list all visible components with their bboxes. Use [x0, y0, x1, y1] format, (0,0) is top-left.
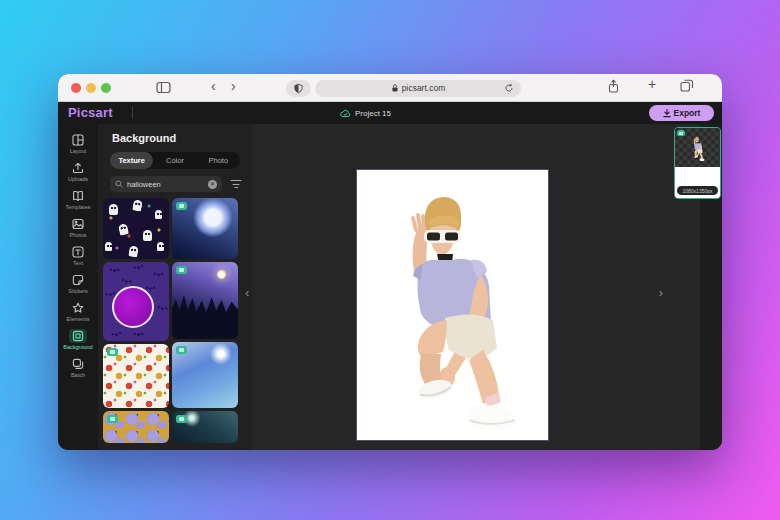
- sidebar-item-layout[interactable]: Layout: [58, 130, 98, 157]
- tab-overview-icon[interactable]: [680, 79, 694, 92]
- browser-toolbar: ‹ › picsart.com: [58, 74, 722, 102]
- purple-circle-motif: [112, 286, 154, 328]
- share-icon[interactable]: [607, 79, 620, 94]
- premium-badge: [677, 130, 685, 136]
- export-label: Export: [674, 108, 701, 118]
- moon-motif: [217, 270, 226, 279]
- search-icon: [115, 180, 123, 188]
- sidebar-item-text[interactable]: Text: [58, 242, 98, 269]
- canvas[interactable]: [357, 170, 548, 440]
- texture-thumb-full-moon-clouds[interactable]: [172, 198, 238, 259]
- texture-thumb-halloween-candy-pattern[interactable]: [103, 344, 169, 408]
- batch-icon: [69, 357, 87, 371]
- panel-title: Background: [112, 132, 176, 144]
- browser-window: ‹ › picsart.com: [58, 74, 722, 450]
- address-bar[interactable]: picsart.com: [315, 80, 521, 97]
- layer-thumb-background[interactable]: 1080x1350px: [675, 167, 720, 198]
- person-layer-preview: [688, 134, 708, 162]
- templates-icon: [69, 189, 87, 203]
- url-text: picsart.com: [402, 83, 445, 93]
- app-header: Picsart Project 15 Export: [58, 102, 722, 124]
- shield-icon: [294, 83, 303, 94]
- lock-icon: [391, 83, 399, 93]
- premium-badge: [176, 266, 187, 274]
- texture-thumb-ghost-pattern[interactable]: [103, 198, 169, 259]
- sidebar-item-background[interactable]: Background: [58, 326, 98, 353]
- texture-thumb-blue-glow-sky[interactable]: [172, 342, 238, 408]
- export-button[interactable]: Export: [649, 105, 714, 121]
- background-panel: Background Texture Color Photo ✕: [98, 124, 252, 450]
- tab-color[interactable]: Color: [153, 152, 196, 169]
- sidebar-item-elements[interactable]: Elements: [58, 298, 98, 325]
- forward-button[interactable]: ›: [231, 78, 236, 94]
- clear-search-icon[interactable]: ✕: [208, 180, 217, 189]
- uploads-icon: [69, 161, 87, 175]
- stickers-icon: [69, 273, 87, 287]
- panel-tabs: Texture Color Photo: [110, 152, 240, 169]
- tool-sidebar: Layout Uploads Templates Photos Text Sti…: [58, 124, 98, 450]
- premium-badge: [176, 346, 187, 354]
- sidebar-item-uploads[interactable]: Uploads: [58, 158, 98, 185]
- texture-thumb-misty-night[interactable]: [172, 411, 238, 443]
- project-name: Project 15: [355, 109, 391, 118]
- layout-icon: [69, 133, 87, 147]
- layer-thumb-person[interactable]: [675, 128, 720, 167]
- layers-card: 1080x1350px: [674, 127, 721, 199]
- texture-thumb-bats-purple-circle[interactable]: [103, 262, 169, 341]
- minimize-window-button[interactable]: [86, 83, 96, 93]
- filter-icon[interactable]: [230, 179, 242, 190]
- tab-texture[interactable]: Texture: [110, 152, 153, 169]
- premium-badge: [176, 202, 187, 210]
- back-button[interactable]: ‹: [211, 78, 216, 94]
- close-window-button[interactable]: [71, 83, 81, 93]
- zoom-window-button[interactable]: [101, 83, 111, 93]
- premium-badge: [176, 415, 187, 423]
- texture-thumb-purple-cookie-pattern[interactable]: [103, 411, 169, 443]
- privacy-report-button[interactable]: [286, 80, 311, 97]
- tab-photo[interactable]: Photo: [197, 152, 240, 169]
- sidebar-item-stickers[interactable]: Stickers: [58, 270, 98, 297]
- picsart-logo[interactable]: Picsart: [68, 105, 113, 120]
- elements-star-icon: [69, 301, 87, 315]
- canvas-size-label: 1080x1350px: [677, 186, 718, 195]
- premium-badge: [107, 348, 118, 356]
- sidebar-item-photos[interactable]: Photos: [58, 214, 98, 241]
- premium-badge: [107, 415, 118, 423]
- header-divider: [132, 107, 133, 119]
- canvas-workspace[interactable]: ‹: [252, 124, 700, 450]
- sidebar-toggle-icon[interactable]: [156, 81, 171, 94]
- texture-thumb-night-forest[interactable]: [172, 262, 238, 339]
- cloud-saved-icon: [340, 109, 351, 118]
- panel-collapse-chevron[interactable]: ‹: [245, 286, 249, 300]
- project-menu[interactable]: Project 15: [340, 102, 391, 124]
- tree-silhouette: [172, 291, 238, 339]
- desktop-gradient-background: ‹ › picsart.com: [0, 0, 780, 520]
- sidebar-item-batch[interactable]: Batch: [58, 354, 98, 381]
- photos-icon: [69, 217, 87, 231]
- new-tab-icon[interactable]: +: [648, 76, 656, 92]
- reload-icon[interactable]: [504, 83, 514, 93]
- panel-expand-chevron[interactable]: ›: [659, 286, 663, 300]
- search-input[interactable]: [127, 180, 204, 189]
- sidebar-item-templates[interactable]: Templates: [58, 186, 98, 213]
- download-icon: [663, 109, 671, 118]
- person-photo[interactable]: [357, 170, 548, 440]
- text-icon: [69, 245, 87, 259]
- texture-search[interactable]: ✕: [110, 176, 222, 192]
- background-icon: [69, 329, 87, 343]
